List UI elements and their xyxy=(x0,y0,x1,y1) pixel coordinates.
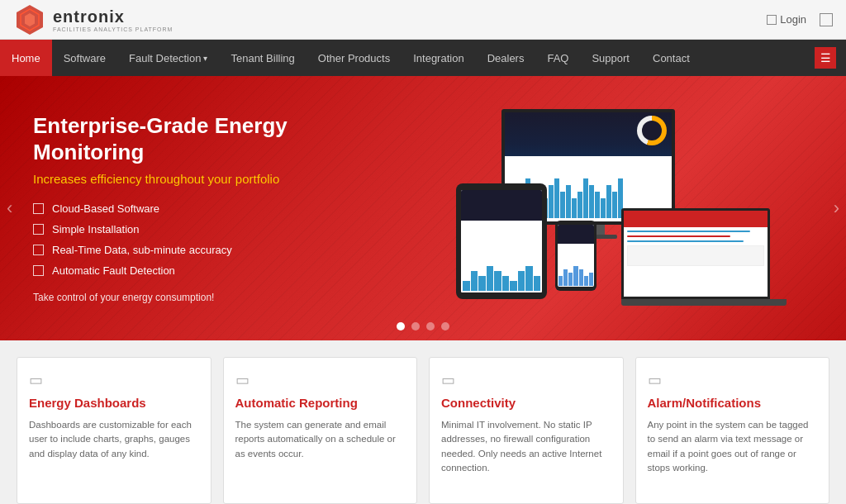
logo-icon xyxy=(13,3,46,36)
tablet-bar-item xyxy=(463,281,470,291)
laptop-bar-top xyxy=(624,211,768,227)
feature-checkbox-icon-3 xyxy=(33,245,44,255)
monitor-gauge xyxy=(637,116,667,145)
laptop-base xyxy=(621,299,787,306)
feature-label-1: Cloud-Based Software xyxy=(52,202,159,215)
nav-item-software[interactable]: Software xyxy=(52,40,117,76)
card-alarm-notifications: ▭ Alarm/Notifications Any point in the s… xyxy=(635,357,830,504)
nav-label-dealers: Dealers xyxy=(487,52,525,64)
hero-subtitle: Increases efficiency throughout your por… xyxy=(33,172,364,186)
hero-dot-1[interactable] xyxy=(397,322,405,330)
card-desc-connectivity: Minimal IT involvement. No static IP add… xyxy=(441,418,611,475)
nav-label-tenant-billing: Tenant Billing xyxy=(231,52,294,64)
feature-checkbox-icon-2 xyxy=(33,224,44,235)
connectivity-icon: ▭ xyxy=(441,371,611,389)
card-title-connectivity: Connectivity xyxy=(441,396,611,410)
devices-mockup xyxy=(440,101,787,316)
nav-right: ☰ xyxy=(805,40,846,76)
laptop-table xyxy=(627,245,764,266)
feature-checkbox-icon-1 xyxy=(33,203,44,214)
nav-item-integration[interactable]: Integration xyxy=(402,40,475,76)
device-laptop xyxy=(621,208,787,316)
nav-item-support[interactable]: Support xyxy=(580,40,641,76)
monitor-bar-item xyxy=(560,192,565,218)
nav-item-faq[interactable]: FAQ xyxy=(535,40,580,76)
feature-label-2: Simple Installation xyxy=(52,223,140,235)
phone-chart xyxy=(558,250,594,287)
phone-bar-item xyxy=(563,269,568,286)
nav-item-fault-detection[interactable]: Fault Detection ▾ xyxy=(117,40,219,76)
nav-item-home[interactable]: Home xyxy=(0,40,52,76)
hero-section: ‹ Enterprise-Grade Energy Monitoring Inc… xyxy=(0,76,846,340)
main-nav: Home Software Fault Detection ▾ Tenant B… xyxy=(0,40,846,76)
fault-detection-arrow-icon: ▾ xyxy=(203,54,207,63)
monitor-bar-item xyxy=(601,198,606,218)
logo-area: entronix FACILITIES ANALYTICS PLATFORM xyxy=(13,3,173,36)
hero-next-button[interactable]: › xyxy=(834,197,839,219)
monitor-bar-item xyxy=(612,192,617,218)
nav-item-contact[interactable]: Contact xyxy=(641,40,701,76)
tablet-bar-item xyxy=(502,276,510,291)
hero-feature-3: Real-Time Data, sub-minute accuracy xyxy=(33,244,364,256)
device-tablet xyxy=(456,183,547,299)
nav-item-tenant-billing[interactable]: Tenant Billing xyxy=(219,40,306,76)
hero-dot-3[interactable] xyxy=(426,322,435,330)
laptop-screen-inner xyxy=(624,211,768,297)
energy-dashboards-icon: ▭ xyxy=(29,371,199,389)
monitor-bar-item xyxy=(554,178,559,218)
nav-label-faq: FAQ xyxy=(547,52,568,64)
hero-feature-4: Automatic Fault Detection xyxy=(33,264,364,277)
nav-label-contact: Contact xyxy=(653,52,690,64)
nav-label-software: Software xyxy=(64,52,106,64)
login-button[interactable]: Login xyxy=(767,13,806,26)
phone-bar-item xyxy=(589,273,593,286)
hero-right xyxy=(397,101,846,316)
laptop-line-1 xyxy=(627,231,750,232)
hero-prev-button[interactable]: ‹ xyxy=(7,197,12,219)
tablet-bar-item xyxy=(510,281,517,291)
hero-dot-2[interactable] xyxy=(411,322,420,330)
brand-tagline: FACILITIES ANALYTICS PLATFORM xyxy=(53,26,173,32)
card-desc-alarm-notifications: Any point in the system can be tagged to… xyxy=(648,418,818,475)
phone-screen-top xyxy=(558,225,594,244)
card-desc-automatic-reporting: The system can generate and email report… xyxy=(235,418,406,461)
tablet-bar-item xyxy=(494,271,501,291)
hero-feature-1: Cloud-Based Software xyxy=(33,202,364,215)
hero-title: Enterprise-Grade Energy Monitoring xyxy=(33,113,364,164)
phone-bar-item xyxy=(568,273,573,286)
hero-left: Enterprise-Grade Energy Monitoring Incre… xyxy=(0,88,397,327)
monitor-bar-item xyxy=(566,185,571,218)
tablet-bar-item xyxy=(525,266,533,291)
monitor-bar-item xyxy=(577,192,582,218)
nav-item-dealers[interactable]: Dealers xyxy=(476,40,536,76)
login-label: Login xyxy=(780,13,806,26)
nav-item-other-products[interactable]: Other Products xyxy=(307,40,402,76)
laptop-line-3 xyxy=(627,240,744,242)
tablet-chart xyxy=(461,221,542,292)
window-button[interactable] xyxy=(820,13,833,26)
feature-label-4: Automatic Fault Detection xyxy=(52,264,175,277)
card-title-energy-dashboards: Energy Dashboards xyxy=(29,396,199,410)
tablet-bar-item xyxy=(471,271,478,291)
nav-items: Home Software Fault Detection ▾ Tenant B… xyxy=(0,40,805,76)
phone-bar-item xyxy=(558,276,563,286)
laptop-line-2 xyxy=(627,235,730,237)
card-desc-energy-dashboards: Dashboards are customizable for each use… xyxy=(29,418,199,461)
nav-label-support: Support xyxy=(592,52,630,64)
laptop-screen xyxy=(621,208,770,299)
tablet-bar-item xyxy=(487,266,494,291)
monitor-bar-item xyxy=(589,185,594,218)
cards-section: ▭ Energy Dashboards Dashboards are custo… xyxy=(0,340,846,504)
hero-dot-4[interactable] xyxy=(441,322,449,330)
nav-menu-button[interactable]: ☰ xyxy=(815,47,836,69)
logo-text: entronix FACILITIES ANALYTICS PLATFORM xyxy=(53,7,173,32)
phone-bar-item xyxy=(584,276,588,286)
hero-tagline: Take control of your energy consumption! xyxy=(33,292,364,303)
card-automatic-reporting: ▭ Automatic Reporting The system can gen… xyxy=(223,357,418,504)
hero-feature-2: Simple Installation xyxy=(33,223,364,235)
feature-checkbox-icon-4 xyxy=(33,265,44,276)
card-energy-dashboards: ▭ Energy Dashboards Dashboards are custo… xyxy=(17,357,212,504)
phone-frame xyxy=(555,221,596,291)
hamburger-icon: ☰ xyxy=(820,51,831,64)
monitor-bar-item xyxy=(572,198,577,218)
